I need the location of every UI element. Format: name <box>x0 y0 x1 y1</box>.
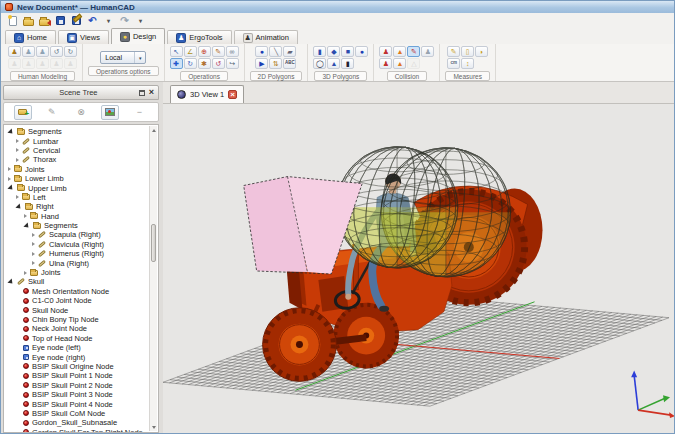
tree-scrollbar[interactable] <box>149 126 157 431</box>
collapsed-arrow-icon[interactable] <box>24 214 27 218</box>
scroll-up-icon[interactable] <box>150 126 157 134</box>
expanded-arrow-icon[interactable] <box>7 128 14 135</box>
delete-item-button[interactable]: ⊗ <box>72 105 90 120</box>
seated-collision-icon[interactable]: ♟ <box>379 58 392 69</box>
tree-item-ulna-right[interactable]: Ulna (Right) <box>4 258 158 267</box>
tree-item-c1-c0-joint-node[interactable]: C1-C0 Joint Node <box>4 296 158 305</box>
collision-detect-icon[interactable]: ✎ <box>407 46 420 57</box>
titlebar[interactable]: New Document* — HumanCAD <box>1 1 674 13</box>
tree-item-bsip-skull-origine-node[interactable]: BSIP Skull Origine Node <box>4 362 158 371</box>
save-button[interactable] <box>54 14 67 27</box>
tape-measure-icon[interactable]: cm <box>447 58 460 69</box>
tree-item-top-of-head-node[interactable]: Top of Head Node <box>4 334 158 343</box>
mannequin-tool-e-icon[interactable]: ♟ <box>64 58 77 69</box>
tab-ergotools[interactable]: ♟ErgoTools <box>167 30 231 44</box>
angle-icon[interactable]: ∠ <box>184 46 197 57</box>
tree-item-gordon-skull-subnasale[interactable]: Gordon_Skull_Subnasale <box>4 418 158 427</box>
target-icon[interactable]: ⊕ <box>198 46 211 57</box>
tree-item-lumbar[interactable]: Lumbar <box>4 136 158 145</box>
close-view-icon[interactable]: × <box>228 90 237 99</box>
collision-mannequin-icon[interactable]: ♟ <box>379 46 392 57</box>
coordinate-system-select[interactable]: Local▾ <box>100 51 146 64</box>
collapsed-arrow-icon[interactable] <box>16 158 19 162</box>
redo-button[interactable]: ↷ <box>118 14 131 27</box>
open-document-button[interactable] <box>22 14 35 27</box>
pick-point-icon[interactable]: ✎ <box>212 46 225 57</box>
collision-zone-icon[interactable]: ▲ <box>393 58 406 69</box>
tree-item-skull[interactable]: Skull <box>4 277 158 286</box>
select-icon[interactable]: ↖ <box>170 46 183 57</box>
tree-item-neck-joint-node[interactable]: Neck Joint Node <box>4 324 158 333</box>
dimension-tool-icon[interactable]: ⇅ <box>269 58 282 69</box>
mannequin-tool-d-icon[interactable]: ♟ <box>50 58 63 69</box>
tree-item-hand[interactable]: Hand <box>4 212 158 221</box>
box-icon[interactable]: ■ <box>341 46 354 57</box>
mannequin-tool-c-icon[interactable]: ♟ <box>36 58 49 69</box>
ruler-icon[interactable]: ▯ <box>461 46 474 57</box>
save-as-button[interactable] <box>70 14 83 27</box>
viewport-3d[interactable] <box>163 104 674 433</box>
edit-item-button[interactable]: ✎ <box>43 105 61 120</box>
tab-views[interactable]: ▣Views <box>58 30 109 44</box>
rotate-mannequin-left-icon[interactable]: ↺ <box>50 46 63 57</box>
reorient-icon[interactable]: ↪ <box>226 58 239 69</box>
prism-icon[interactable]: ▮ <box>313 46 326 57</box>
undo-dropdown-button[interactable]: ▾ <box>102 14 115 27</box>
tree-item-segments[interactable]: Segments <box>4 127 158 136</box>
tab-design[interactable]: ●Design <box>111 28 165 44</box>
collision-ghost-icon[interactable]: ♟ <box>421 46 434 57</box>
tree-item-humerus-right[interactable]: Humerus (Right) <box>4 249 158 258</box>
close-panel-icon[interactable]: × <box>149 88 154 97</box>
import-button[interactable] <box>38 14 51 27</box>
tree-item-bsip-skull-point-4-node[interactable]: BSIP Skull Point 4 Node <box>4 399 158 408</box>
expanded-arrow-icon[interactable] <box>7 184 14 191</box>
cone-icon[interactable]: ▲ <box>327 58 340 69</box>
tree-item-lower-limb[interactable]: Lower Limb <box>4 174 158 183</box>
tree-item-eye-node-left[interactable]: Eye node (left) <box>4 343 158 352</box>
tab-home[interactable]: ⌂Home <box>5 30 56 44</box>
collapsed-arrow-icon[interactable] <box>16 148 19 152</box>
transform-icon[interactable]: ✱ <box>198 58 211 69</box>
collision-warning-icon[interactable]: ▲ <box>393 46 406 57</box>
rotate-node-icon[interactable]: ↺ <box>212 58 225 69</box>
collapsed-arrow-icon[interactable] <box>8 167 11 171</box>
arrow-tool-icon[interactable]: ▶ <box>255 58 268 69</box>
tree-item-segments[interactable]: Segments <box>4 221 158 230</box>
polygon-tool-icon[interactable]: ▰ <box>283 46 296 57</box>
tree-item-bsip-skull-point-2-node[interactable]: BSIP Skull Point 2 Node <box>4 381 158 390</box>
tree-item-left[interactable]: Left <box>4 193 158 202</box>
rotate-icon[interactable]: ↻ <box>184 58 197 69</box>
create-mannequin-icon[interactable]: ♟ <box>8 46 21 57</box>
collapsed-arrow-icon[interactable] <box>32 252 35 256</box>
scroll-thumb[interactable] <box>151 224 156 262</box>
tree-item-joints[interactable]: Joints <box>4 165 158 174</box>
collision-off-icon[interactable]: △ <box>407 58 420 69</box>
collapsed-arrow-icon[interactable] <box>16 139 19 143</box>
scroll-down-icon[interactable] <box>150 423 157 431</box>
mannequin-tool-b-icon[interactable]: ♟ <box>22 58 35 69</box>
undo-button[interactable]: ↶ <box>86 14 99 27</box>
rotate-mannequin-right-icon[interactable]: ↻ <box>64 46 77 57</box>
new-document-button[interactable] <box>6 14 19 27</box>
expanded-arrow-icon[interactable] <box>15 203 22 210</box>
tree-item-mesh-orientation-node[interactable]: Mesh Orientation Node <box>4 287 158 296</box>
tab-3d-view-1[interactable]: 3D View 1 × <box>170 85 244 103</box>
scene-tree-header[interactable]: Scene Tree × <box>3 85 159 100</box>
tree-item-bsip-skull-point-1-node[interactable]: BSIP Skull Point 1 Node <box>4 371 158 380</box>
3d-scene[interactable] <box>163 104 674 433</box>
link-icon[interactable]: ∞ <box>226 46 239 57</box>
expanded-arrow-icon[interactable] <box>23 222 30 229</box>
tree-item-chin-bony-tip-node[interactable]: Chin Bony Tip Node <box>4 315 158 324</box>
tree-item-bsip-skull-com-node[interactable]: BSIP Skull CoM Node <box>4 409 158 418</box>
add-item-button[interactable] <box>14 105 32 120</box>
mannequin-tool-a-icon[interactable]: ♟ <box>8 58 21 69</box>
tree-item-gordon-skull-ear-top-right-node[interactable]: Gordon Skull Ear Top Right Node <box>4 428 158 434</box>
height-measure-icon[interactable]: ↕ <box>461 58 474 69</box>
text-tool-icon[interactable]: ABC <box>283 58 296 69</box>
posture-mannequin-icon[interactable]: ♟ <box>22 46 35 57</box>
move-icon[interactable]: ✚ <box>170 58 183 69</box>
expanded-arrow-icon[interactable] <box>7 278 14 285</box>
collapsed-arrow-icon[interactable] <box>32 233 35 237</box>
cylinder-icon[interactable]: ▮ <box>341 58 354 69</box>
collapse-tree-button[interactable]: − <box>130 105 148 120</box>
